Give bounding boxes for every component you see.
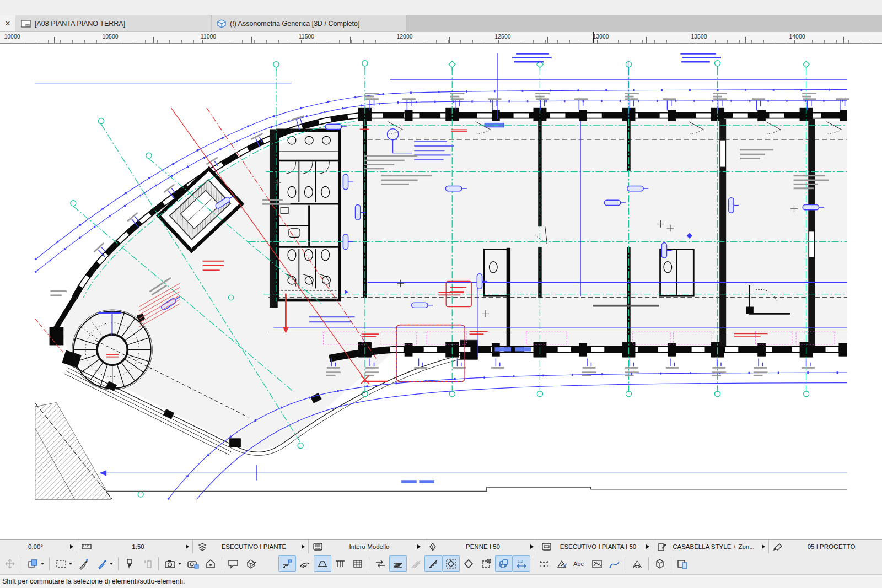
floor-plan-tab-icon bbox=[21, 20, 31, 28]
change-manager-button[interactable] bbox=[674, 555, 691, 572]
layer-plan-field[interactable]: ESECUTIVO I PIANTA I 50 bbox=[537, 540, 653, 554]
move-tool-button[interactable] bbox=[1, 555, 19, 572]
ruler-label: 13500 bbox=[689, 33, 708, 40]
svg-text:1.2: 1.2 bbox=[518, 559, 523, 563]
morph-tool-button[interactable] bbox=[628, 555, 646, 572]
bottom-toolbar: 1.2 Abc bbox=[0, 553, 882, 574]
angle-value: 0,00° bbox=[2, 543, 69, 550]
ruler-label: 13000 bbox=[591, 33, 610, 40]
fill-tool-button[interactable] bbox=[553, 555, 571, 572]
angle-field[interactable]: 0,00° bbox=[0, 540, 77, 554]
figure-tool-button[interactable] bbox=[588, 555, 606, 572]
expand-arrow-icon bbox=[70, 544, 73, 549]
floor-plan-canvas[interactable] bbox=[0, 43, 882, 539]
site-boundary bbox=[35, 402, 112, 499]
scale-ruler-icon bbox=[82, 543, 92, 551]
spline-tool-button[interactable] bbox=[606, 555, 623, 572]
text-tool-button[interactable]: Abc bbox=[571, 555, 588, 572]
column-tool-button[interactable] bbox=[331, 555, 349, 572]
tab-label: [A08 PIANTA PIANO TERRA] bbox=[35, 20, 125, 28]
layers-icon bbox=[197, 543, 207, 551]
marquee-tool-button[interactable] bbox=[52, 555, 75, 572]
paint-brush-button[interactable] bbox=[121, 555, 138, 572]
pen-set-value: PENNE I 50 bbox=[437, 543, 529, 550]
ruler-label: 12000 bbox=[395, 33, 414, 40]
layer-combination-field[interactable]: ESECUTIVO I PIANTE bbox=[193, 540, 309, 554]
model-filter-field[interactable]: Intero Modello bbox=[309, 540, 424, 554]
close-icon: ✕ bbox=[5, 19, 11, 28]
expand-arrow-icon bbox=[646, 544, 649, 549]
close-tab-button[interactable]: ✕ bbox=[0, 15, 16, 31]
curved-wall-tool-button[interactable] bbox=[296, 555, 314, 572]
wall-tool-button[interactable] bbox=[278, 555, 296, 572]
ruler-label: 10500 bbox=[100, 33, 120, 40]
model-filter-icon bbox=[313, 543, 322, 551]
beam-tool-button[interactable] bbox=[372, 555, 389, 572]
object-tool-button[interactable] bbox=[460, 555, 477, 572]
pen-set-icon bbox=[429, 543, 437, 551]
dropdown-caret-icon bbox=[110, 563, 113, 565]
zone-tool-button[interactable] bbox=[495, 555, 513, 572]
camera-add-button[interactable] bbox=[184, 555, 202, 572]
ruler-cursor-mark bbox=[593, 32, 594, 43]
dimension-tool-button[interactable]: 1.2 bbox=[513, 555, 530, 572]
quick-options-bar: 0,00° 1:50 ESECUTIVO I PIANTE Intero Mod… bbox=[0, 539, 882, 554]
renovation-filter-icon bbox=[773, 543, 783, 551]
inject-parameters-button[interactable] bbox=[93, 555, 116, 572]
dimension-style-icon bbox=[658, 543, 666, 551]
status-message-bar: Shift per commutare la selezione di elem… bbox=[0, 574, 882, 588]
cube-3d-icon bbox=[217, 19, 226, 28]
pick-up-parameters-button[interactable] bbox=[75, 555, 93, 572]
section-line bbox=[106, 487, 847, 491]
ruler-label: 11500 bbox=[297, 33, 316, 40]
markup-talk-button[interactable] bbox=[224, 555, 242, 572]
tab-bar: ✕ [A08 PIANTA PIANO TERRA] (!) Assonomet… bbox=[0, 15, 882, 33]
roof-tool-button[interactable] bbox=[389, 555, 407, 572]
dimension-style-field[interactable]: CASABELLA STYLE + Zon... bbox=[653, 540, 769, 554]
ruler-label: 10000 bbox=[2, 33, 21, 40]
status-message: Shift per commutare la selezione di elem… bbox=[2, 578, 185, 585]
scale-field[interactable]: 1:50 bbox=[77, 540, 193, 554]
slab-tool-button[interactable] bbox=[349, 555, 367, 572]
scale-value: 1:50 bbox=[92, 543, 185, 550]
floor-plan-drawing bbox=[0, 43, 882, 539]
camera-view-button[interactable] bbox=[161, 555, 184, 572]
door-tool-button[interactable] bbox=[314, 555, 331, 572]
ruler-label: 14000 bbox=[787, 33, 806, 40]
renovation-filter-field[interactable]: 05 I PROGETTO bbox=[769, 540, 882, 554]
publish-button[interactable] bbox=[202, 555, 219, 572]
horizontal-ruler[interactable]: 10000 10500 11000 11500 12000 12500 1300… bbox=[0, 32, 882, 44]
tab-3d-view[interactable]: (!) Assonometria Generica [3D / Completo… bbox=[212, 15, 406, 31]
eraser-drops-button[interactable] bbox=[138, 555, 156, 572]
expand-arrow-icon bbox=[186, 544, 189, 549]
layer-plan-value: ESECUTIVO I PIANTA I 50 bbox=[551, 543, 645, 550]
dropdown-caret-icon bbox=[178, 563, 181, 565]
expand-arrow-icon bbox=[417, 544, 421, 549]
dropdown-caret-icon bbox=[41, 563, 44, 565]
renovation-filter-value: 05 I PROGETTO bbox=[783, 543, 880, 550]
top-toolbar-strip bbox=[0, 0, 882, 16]
archicad-window: ✕ [A08 PIANTA PIANO TERRA] (!) Assonomet… bbox=[0, 0, 882, 588]
svg-text:Abc: Abc bbox=[573, 560, 584, 567]
copy-tool-button[interactable] bbox=[24, 555, 47, 572]
tab-label: (!) Assonometria Generica [3D / Completo… bbox=[230, 20, 360, 28]
skylight-tool-button[interactable] bbox=[442, 555, 460, 572]
dropdown-caret-icon bbox=[69, 563, 72, 565]
dimension-style-value: CASABELLA STYLE + Zon... bbox=[666, 543, 761, 550]
3d-document-button[interactable] bbox=[651, 555, 669, 572]
ruler-label: 11000 bbox=[199, 33, 218, 40]
model-filter-value: Intero Modello bbox=[322, 543, 416, 550]
expand-arrow-icon bbox=[302, 544, 305, 549]
shell-tool-button[interactable] bbox=[407, 555, 424, 572]
stair-tool-button[interactable] bbox=[424, 555, 442, 572]
layer-combination-icon bbox=[542, 543, 551, 551]
tab-floor-plan[interactable]: [A08 PIANTA PIANO TERRA] bbox=[15, 15, 211, 31]
expand-arrow-icon bbox=[762, 544, 765, 549]
dimension-auto-button[interactable] bbox=[535, 555, 553, 572]
ruler-label: 12500 bbox=[493, 33, 512, 40]
pen-set-field[interactable]: PENNE I 50 bbox=[424, 540, 537, 554]
expand-arrow-icon bbox=[530, 544, 534, 549]
edit-3d-element-button[interactable] bbox=[242, 555, 260, 572]
zone-paste-button[interactable] bbox=[477, 555, 495, 572]
layer-combination-value: ESECUTIVO I PIANTE bbox=[207, 543, 300, 550]
